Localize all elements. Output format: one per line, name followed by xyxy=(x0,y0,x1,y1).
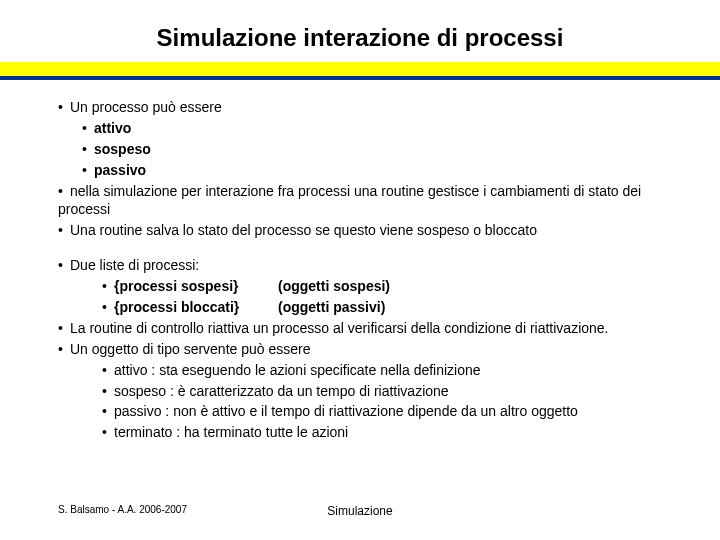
bullet-item: •La routine di controllo riattiva un pro… xyxy=(58,319,662,338)
text: passivo : non è attivo e il tempo di ria… xyxy=(114,403,578,419)
bullet-item: •Un processo può essere xyxy=(58,98,662,117)
bullet-item: •nella simulazione per interazione fra p… xyxy=(58,182,662,220)
text: La routine di controllo riattiva un proc… xyxy=(70,320,609,336)
bullet-item: •Un oggetto di tipo servente può essere xyxy=(58,340,662,359)
text: attivo xyxy=(94,120,131,136)
text: terminato : ha terminato tutte le azioni xyxy=(114,424,348,440)
text: Due liste di processi: xyxy=(70,257,199,273)
text-left: {processi bloccati} xyxy=(114,299,239,315)
slide-footer: S. Balsamo - A.A. 2006-2007 Simulazione xyxy=(0,504,720,518)
text-left: {processi sospesi} xyxy=(114,278,239,294)
text: Un oggetto di tipo servente può essere xyxy=(70,341,311,357)
sub-bullet-item: •passivo : non è attivo e il tempo di ri… xyxy=(58,402,662,421)
text: Una routine salva lo stato del processo … xyxy=(70,222,537,238)
text-right: (oggetti passivi) xyxy=(278,299,385,315)
slide-body: •Un processo può essere •attivo •sospeso… xyxy=(0,80,720,442)
text: sospeso : è caratterizzato da un tempo d… xyxy=(114,383,449,399)
bullet-item: •Una routine salva lo stato del processo… xyxy=(58,221,662,240)
sub-bullet-item: •terminato : ha terminato tutte le azion… xyxy=(58,423,662,442)
text: attivo : sta eseguendo le azioni specifi… xyxy=(114,362,481,378)
footer-author: S. Balsamo - A.A. 2006-2007 xyxy=(58,504,187,515)
slide-title: Simulazione interazione di processi xyxy=(0,0,720,62)
sub-bullet-item: •sospeso : è caratterizzato da un tempo … xyxy=(58,382,662,401)
text-right: (oggetti sospesi) xyxy=(278,278,390,294)
sub-bullet-item: •attivo xyxy=(58,119,662,138)
sub-bullet-item: •sospeso xyxy=(58,140,662,159)
sub-bullet-two-col: •{processi sospesi} (oggetti sospesi) xyxy=(58,277,662,296)
title-rule xyxy=(0,62,720,80)
text: sospeso xyxy=(94,141,151,157)
text: passivo xyxy=(94,162,146,178)
bullet-item: •Due liste di processi: xyxy=(58,256,662,275)
sub-bullet-two-col: •{processi bloccati} (oggetti passivi) xyxy=(58,298,662,317)
text: Un processo può essere xyxy=(70,99,222,115)
text: nella simulazione per interazione fra pr… xyxy=(58,183,641,218)
sub-bullet-item: •attivo : sta eseguendo le azioni specif… xyxy=(58,361,662,380)
rule-yellow xyxy=(0,62,720,76)
sub-bullet-item: •passivo xyxy=(58,161,662,180)
